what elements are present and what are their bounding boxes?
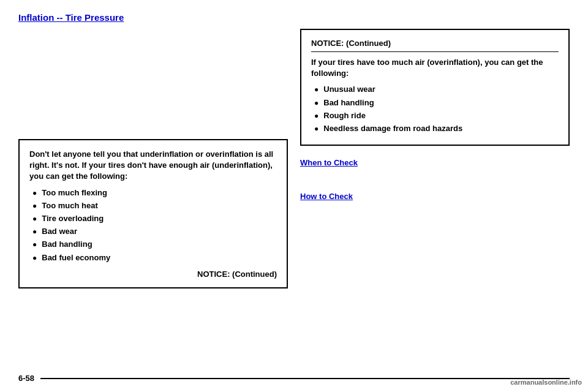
footer-divider: [40, 378, 570, 379]
left-column: Don't let anyone tell you that underinfl…: [18, 29, 288, 288]
when-to-check-section: When to Check: [300, 158, 570, 167]
list-item: Too much heat: [32, 200, 277, 211]
list-item: Tire overloading: [32, 213, 277, 224]
how-to-check-section: How to Check: [300, 192, 570, 201]
left-bullet-list: Too much flexing Too much heat Tire over…: [29, 187, 277, 263]
list-item: Bad handling: [314, 97, 559, 108]
right-notice-header: NOTICE: (Continued): [311, 39, 559, 52]
page-number: 6-58: [18, 374, 34, 383]
page-title: Inflation -- Tire Pressure: [18, 12, 570, 23]
right-notice-box: NOTICE: (Continued) If your tires have t…: [300, 29, 570, 146]
list-item: Bad fuel economy: [32, 252, 277, 263]
how-to-check-link[interactable]: How to Check: [300, 192, 570, 201]
list-item: Rough ride: [314, 110, 559, 121]
left-notice-continued: NOTICE: (Continued): [29, 270, 277, 279]
right-bullet-list: Unusual wear Bad handling Rough ride Nee…: [311, 84, 559, 134]
list-item: Unusual wear: [314, 84, 559, 95]
left-notice-box: Don't let anyone tell you that underinfl…: [18, 139, 288, 288]
page-container: Inflation -- Tire Pressure Don't let any…: [0, 0, 588, 392]
list-item: Bad wear: [32, 226, 277, 237]
list-item: Bad handling: [32, 239, 277, 250]
left-notice-intro: Don't let anyone tell you that underinfl…: [29, 149, 277, 183]
right-notice-intro: If your tires have too much air (overinf…: [311, 57, 559, 79]
content-area: Don't let anyone tell you that underinfl…: [18, 29, 570, 288]
page-footer: 6-58: [0, 374, 588, 383]
list-item: Needless damage from road hazards: [314, 123, 559, 134]
when-to-check-link[interactable]: When to Check: [300, 158, 570, 167]
list-item: Too much flexing: [32, 187, 277, 198]
right-column: NOTICE: (Continued) If your tires have t…: [300, 29, 570, 288]
carmanuals-watermark: carmanualsonline.info: [510, 379, 582, 386]
